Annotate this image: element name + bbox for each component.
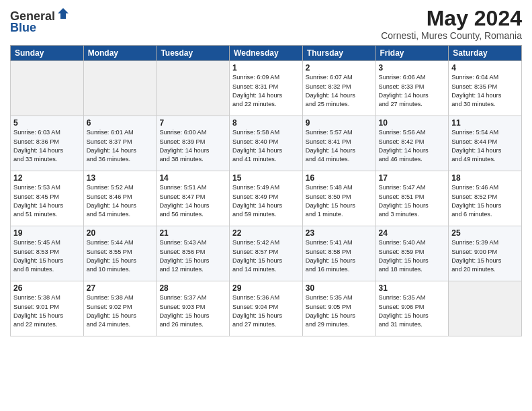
calendar-cell: 19Sunrise: 5:45 AM Sunset: 8:53 PM Dayli… [11,226,84,281]
weekday-header-sunday: Sunday [11,46,84,61]
day-number: 17 [379,173,446,183]
calendar-cell: 1Sunrise: 6:09 AM Sunset: 8:31 PM Daylig… [230,61,303,116]
day-number: 26 [13,283,81,293]
day-info: Sunrise: 5:47 AM Sunset: 8:51 PM Dayligh… [379,183,446,219]
calendar-cell: 18Sunrise: 5:46 AM Sunset: 8:52 PM Dayli… [449,171,522,226]
day-number: 20 [87,228,154,238]
weekday-header-tuesday: Tuesday [157,46,230,61]
day-info: Sunrise: 6:09 AM Sunset: 8:31 PM Dayligh… [232,73,300,109]
day-info: Sunrise: 5:54 AM Sunset: 8:44 PM Dayligh… [451,128,519,164]
day-number: 16 [306,173,373,183]
day-info: Sunrise: 5:38 AM Sunset: 9:02 PM Dayligh… [87,293,154,329]
day-info: Sunrise: 5:52 AM Sunset: 8:46 PM Dayligh… [87,183,154,219]
day-number: 18 [451,173,519,183]
calendar-cell: 26Sunrise: 5:38 AM Sunset: 9:01 PM Dayli… [11,281,84,336]
calendar-cell: 22Sunrise: 5:42 AM Sunset: 8:57 PM Dayli… [230,226,303,281]
day-info: Sunrise: 5:48 AM Sunset: 8:50 PM Dayligh… [306,183,373,219]
day-number: 24 [379,228,446,238]
header: General Blue May 2024 Cornesti, Mures Co… [10,7,522,41]
calendar-cell: 23Sunrise: 5:41 AM Sunset: 8:58 PM Dayli… [302,226,375,281]
calendar-week-2: 5Sunrise: 6:03 AM Sunset: 8:36 PM Daylig… [11,116,522,171]
weekday-header-row: SundayMondayTuesdayWednesdayThursdayFrid… [11,46,522,61]
logo-blue: Blue [10,21,36,35]
day-number: 29 [232,283,300,293]
calendar-cell: 25Sunrise: 5:39 AM Sunset: 9:00 PM Dayli… [449,226,522,281]
day-info: Sunrise: 5:36 AM Sunset: 9:04 PM Dayligh… [232,293,300,329]
calendar-cell: 12Sunrise: 5:53 AM Sunset: 8:45 PM Dayli… [11,171,84,226]
calendar-table: SundayMondayTuesdayWednesdayThursdayFrid… [10,45,522,336]
calendar-cell: 3Sunrise: 6:06 AM Sunset: 8:33 PM Daylig… [375,61,449,116]
calendar-cell: 30Sunrise: 5:35 AM Sunset: 9:05 PM Dayli… [302,281,375,336]
logo: General Blue [10,7,70,35]
calendar-cell: 24Sunrise: 5:40 AM Sunset: 8:59 PM Dayli… [375,226,449,281]
day-number: 23 [306,228,373,238]
day-info: Sunrise: 5:35 AM Sunset: 9:06 PM Dayligh… [379,293,446,329]
day-info: Sunrise: 6:04 AM Sunset: 8:35 PM Dayligh… [451,73,519,109]
calendar-cell: 13Sunrise: 5:52 AM Sunset: 8:46 PM Dayli… [83,171,157,226]
day-number: 10 [379,118,446,128]
calendar-cell [449,281,522,336]
calendar-cell: 21Sunrise: 5:43 AM Sunset: 8:56 PM Dayli… [157,226,230,281]
day-info: Sunrise: 5:43 AM Sunset: 8:56 PM Dayligh… [159,238,226,274]
day-info: Sunrise: 5:41 AM Sunset: 8:58 PM Dayligh… [306,238,373,274]
day-number: 13 [87,173,154,183]
day-info: Sunrise: 5:46 AM Sunset: 8:52 PM Dayligh… [451,183,519,219]
day-info: Sunrise: 5:37 AM Sunset: 9:03 PM Dayligh… [159,293,226,329]
day-number: 22 [232,228,300,238]
day-info: Sunrise: 5:53 AM Sunset: 8:45 PM Dayligh… [13,183,81,219]
calendar-week-1: 1Sunrise: 6:09 AM Sunset: 8:31 PM Daylig… [11,61,522,116]
calendar-cell: 15Sunrise: 5:49 AM Sunset: 8:49 PM Dayli… [230,171,303,226]
day-number: 5 [13,118,81,128]
weekday-header-wednesday: Wednesday [230,46,303,61]
svg-marker-0 [58,8,69,19]
calendar-cell: 9Sunrise: 5:57 AM Sunset: 8:41 PM Daylig… [302,116,375,171]
calendar-cell: 27Sunrise: 5:38 AM Sunset: 9:02 PM Dayli… [83,281,157,336]
day-info: Sunrise: 6:00 AM Sunset: 8:39 PM Dayligh… [159,128,226,164]
day-number: 11 [451,118,519,128]
calendar-page: General Blue May 2024 Cornesti, Mures Co… [0,0,532,411]
day-info: Sunrise: 5:49 AM Sunset: 8:49 PM Dayligh… [232,183,300,219]
calendar-cell [157,61,230,116]
day-info: Sunrise: 5:40 AM Sunset: 8:59 PM Dayligh… [379,238,446,274]
day-info: Sunrise: 5:42 AM Sunset: 8:57 PM Dayligh… [232,238,300,274]
day-number: 15 [232,173,300,183]
day-number: 9 [306,118,373,128]
day-number: 2 [306,63,373,73]
calendar-cell: 17Sunrise: 5:47 AM Sunset: 8:51 PM Dayli… [375,171,449,226]
calendar-cell: 6Sunrise: 6:01 AM Sunset: 8:37 PM Daylig… [83,116,157,171]
day-number: 21 [159,228,226,238]
day-info: Sunrise: 5:56 AM Sunset: 8:42 PM Dayligh… [379,128,446,164]
day-info: Sunrise: 5:57 AM Sunset: 8:41 PM Dayligh… [306,128,373,164]
calendar-cell: 7Sunrise: 6:00 AM Sunset: 8:39 PM Daylig… [157,116,230,171]
calendar-cell: 14Sunrise: 5:51 AM Sunset: 8:47 PM Dayli… [157,171,230,226]
day-info: Sunrise: 6:03 AM Sunset: 8:36 PM Dayligh… [13,128,81,164]
day-number: 14 [159,173,226,183]
calendar-week-5: 26Sunrise: 5:38 AM Sunset: 9:01 PM Dayli… [11,281,522,336]
calendar-cell: 5Sunrise: 6:03 AM Sunset: 8:36 PM Daylig… [11,116,84,171]
calendar-week-4: 19Sunrise: 5:45 AM Sunset: 8:53 PM Dayli… [11,226,522,281]
day-info: Sunrise: 6:07 AM Sunset: 8:32 PM Dayligh… [306,73,373,109]
day-info: Sunrise: 5:58 AM Sunset: 8:40 PM Dayligh… [232,128,300,164]
calendar-cell: 2Sunrise: 6:07 AM Sunset: 8:32 PM Daylig… [302,61,375,116]
day-info: Sunrise: 5:44 AM Sunset: 8:55 PM Dayligh… [87,238,154,274]
calendar-cell [11,61,84,116]
day-number: 1 [232,63,300,73]
weekday-header-thursday: Thursday [302,46,375,61]
calendar-cell: 4Sunrise: 6:04 AM Sunset: 8:35 PM Daylig… [449,61,522,116]
day-number: 6 [87,118,154,128]
day-number: 19 [13,228,81,238]
day-info: Sunrise: 5:45 AM Sunset: 8:53 PM Dayligh… [13,238,81,274]
location: Cornesti, Mures County, Romania [381,30,522,41]
calendar-cell: 10Sunrise: 5:56 AM Sunset: 8:42 PM Dayli… [375,116,449,171]
day-info: Sunrise: 5:38 AM Sunset: 9:01 PM Dayligh… [13,293,81,329]
title-section: May 2024 Cornesti, Mures County, Romania [381,7,522,41]
weekday-header-friday: Friday [375,46,449,61]
calendar-cell: 28Sunrise: 5:37 AM Sunset: 9:03 PM Dayli… [157,281,230,336]
day-number: 4 [451,63,519,73]
day-number: 7 [159,118,226,128]
day-number: 28 [159,283,226,293]
day-number: 8 [232,118,300,128]
calendar-week-3: 12Sunrise: 5:53 AM Sunset: 8:45 PM Dayli… [11,171,522,226]
weekday-header-saturday: Saturday [449,46,522,61]
day-info: Sunrise: 5:35 AM Sunset: 9:05 PM Dayligh… [306,293,373,329]
